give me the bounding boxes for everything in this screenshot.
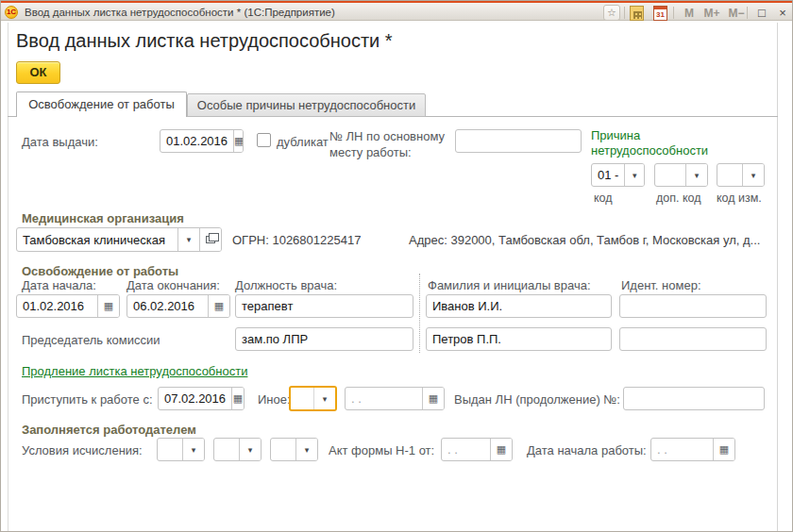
dropdown-arrow-icon[interactable]: ▾ <box>685 164 707 186</box>
doctor-name-value: Иванов И.И. <box>427 295 611 317</box>
calendar-picker-icon[interactable]: ▦ <box>422 388 444 409</box>
calendar-picker-icon[interactable]: ▦ <box>231 388 244 409</box>
id-number-label: Идент. номер: <box>621 278 701 292</box>
duplicate-checkbox[interactable] <box>257 133 271 147</box>
code-label: код <box>594 191 613 205</box>
ogrn-text: ОГРН: 1026801225417 <box>232 233 361 247</box>
employer-section-title: Заполняется работодателем <box>22 423 196 437</box>
cause-code-combo[interactable]: 01 - ▾ <box>591 163 645 187</box>
calc-conditions-label: Условия исчисления: <box>22 443 143 457</box>
doctor-position-value: терапевт <box>236 295 413 317</box>
med-org-combo[interactable]: Тамбовская клиническая ▾ <box>16 227 222 252</box>
calendar-picker-icon[interactable]: ▦ <box>208 295 229 317</box>
med-org-value: Тамбовская клиническая <box>17 228 177 251</box>
favorites-icon[interactable]: ☆ <box>603 5 620 21</box>
issue-date-input[interactable]: 01.02.2016 ▦ <box>160 129 244 153</box>
dropdown-arrow-icon[interactable]: ▾ <box>295 439 317 460</box>
doctor-name-label: Фамилия и инициалы врача: <box>428 278 591 292</box>
memory-button[interactable]: M <box>679 5 700 21</box>
open-item-icon[interactable] <box>199 228 221 251</box>
ln-main-label-line2: месту работы: <box>329 144 445 160</box>
calculator-icon[interactable] <box>630 6 644 21</box>
issued-ln-value <box>624 388 764 409</box>
condition3-combo[interactable]: ▾ <box>270 438 318 461</box>
cause-change-code-value <box>717 164 742 186</box>
1c-app-icon: 1С <box>5 6 18 19</box>
chairman-name-value: Петров П.П. <box>427 328 611 350</box>
duplicate-label: дубликат <box>277 135 329 149</box>
dropdown-arrow-icon[interactable]: ▾ <box>313 388 335 409</box>
tab-special-causes[interactable]: Особые причины нетрудоспособности <box>187 93 426 117</box>
condition1-combo[interactable]: ▾ <box>157 438 205 461</box>
dropdown-arrow-icon[interactable]: ▾ <box>624 164 644 186</box>
extension-link[interactable]: Продление листка нетрудоспособности <box>22 364 247 378</box>
ln-main-input[interactable] <box>455 129 582 153</box>
doctor-position-input[interactable]: терапевт <box>235 294 413 318</box>
condition2-value <box>214 439 239 460</box>
cause-code-value: 01 - <box>592 164 624 186</box>
condition2-combo[interactable]: ▾ <box>213 438 262 461</box>
tab-release-from-work[interactable]: Освобождение от работы <box>16 91 187 117</box>
work-start-date-input[interactable]: . . ▦ <box>650 438 735 461</box>
end-date-value: 06.02.2016 <box>127 295 208 317</box>
cause-title-line1: Причина <box>591 128 708 143</box>
start-date-input[interactable]: 01.02.2016 ▦ <box>16 294 120 318</box>
issue-date-label: Дата выдачи: <box>22 135 98 149</box>
work-start-placeholder: . . <box>651 439 713 460</box>
other-label: Иное: <box>258 392 291 407</box>
work-start-label: Дата начала работы: <box>527 443 647 457</box>
calendar-picker-icon[interactable]: ▦ <box>713 439 734 460</box>
cause-add-code-combo[interactable]: ▾ <box>654 163 708 187</box>
other-code-combo[interactable]: ▾ <box>289 386 337 411</box>
cause-add-code-value <box>655 164 685 186</box>
calendar-picker-icon[interactable]: ▦ <box>233 130 244 152</box>
titlebar-separator <box>747 7 748 19</box>
chairman-id-input[interactable] <box>619 327 767 351</box>
end-date-input[interactable]: 06.02.2016 ▦ <box>127 294 230 318</box>
cause-title: Причина нетрудоспособности <box>591 128 708 158</box>
start-date-label: Дата начала: <box>22 278 96 292</box>
issue-date-value: 01.02.2016 <box>160 130 233 152</box>
ok-button[interactable]: ОК <box>16 61 60 84</box>
calendar-day-number: 31 <box>656 10 665 19</box>
chairman-name-input[interactable]: Петров П.П. <box>426 327 612 351</box>
dropdown-arrow-icon[interactable]: ▾ <box>239 439 261 460</box>
form-left-border <box>8 23 8 532</box>
dropdown-arrow-icon[interactable]: ▾ <box>177 228 199 251</box>
issued-ln-label: Выдан ЛН (продолжение) №: <box>454 392 620 407</box>
id-number-value <box>620 295 766 317</box>
doctor-name-input[interactable]: Иванов И.И. <box>426 294 612 318</box>
page-title: Ввод данных листка нетрудоспособности * <box>16 30 393 52</box>
resume-date-input[interactable]: 07.02.2016 ▦ <box>158 387 245 410</box>
doctor-position-label: Должность врача: <box>235 278 337 292</box>
resume-date-value: 07.02.2016 <box>159 388 231 409</box>
close-button[interactable]: × <box>773 5 792 21</box>
ln-main-label: № ЛН по основному месту работы: <box>329 128 445 160</box>
titlebar-separator <box>673 7 674 19</box>
act-h1-label: Акт формы Н-1 от: <box>329 443 434 457</box>
issued-ln-input[interactable] <box>623 387 765 410</box>
maximize-button[interactable]: □ <box>752 5 771 21</box>
condition1-value <box>158 439 182 460</box>
title-bar: 1С Ввод данных листка нетрудоспособности… <box>1 1 792 21</box>
id-number-input[interactable] <box>619 294 767 318</box>
resume-work-label: Приступить к работе с: <box>22 392 153 407</box>
memory-plus-button[interactable]: M+ <box>701 5 722 21</box>
act-date-placeholder: . . <box>442 439 490 460</box>
dropdown-arrow-icon[interactable]: ▾ <box>182 439 204 460</box>
release-section-title: Освобождение от работы <box>22 264 178 278</box>
chairman-label: Председатель комиссии <box>22 333 160 347</box>
other-date-placeholder: . . <box>346 388 422 409</box>
act-date-input[interactable]: . . ▦ <box>441 438 513 461</box>
other-date-input[interactable]: . . ▦ <box>345 387 445 410</box>
calendar-picker-icon[interactable]: ▦ <box>490 439 512 460</box>
calendar-icon[interactable]: 31 <box>653 6 667 21</box>
cause-change-code-combo[interactable]: ▾ <box>717 163 765 187</box>
condition3-value <box>271 439 295 460</box>
memory-minus-button[interactable]: M− <box>726 5 747 21</box>
chairman-position-input[interactable]: зам.по ЛПР <box>235 327 413 351</box>
address-text: Адрес: 392000, Тамбовская обл, Тамбов г,… <box>409 233 760 247</box>
form-body: Ввод данных листка нетрудоспособности * … <box>1 23 792 532</box>
dropdown-arrow-icon[interactable]: ▾ <box>742 164 764 186</box>
calendar-picker-icon[interactable]: ▦ <box>97 295 119 317</box>
